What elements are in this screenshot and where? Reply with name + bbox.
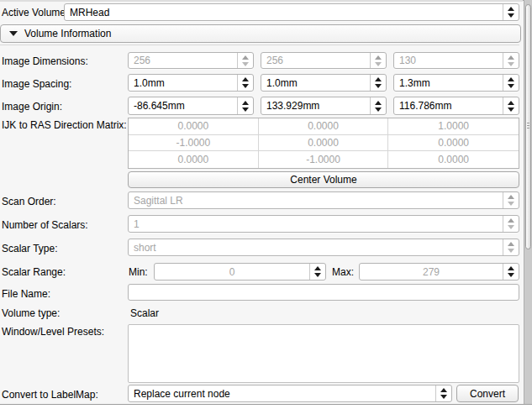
center-volume-button[interactable]: Center Volume [128,171,519,188]
number-of-scalars-label: Number of Scalars: [2,219,88,231]
image-origin-z-spinbox[interactable]: 116.786mm [393,97,519,115]
spinbox-arrows-icon [503,216,519,232]
ijk-direction-matrix-table: 0.0000 0.0000 1.0000 -1.0000 0.0000 0.00… [128,118,519,169]
scalar-range-min-value: 0 [155,264,309,280]
image-origin-x-value[interactable]: -86.645mm [129,97,237,114]
convert-to-labelmap-label: Convert to LabelMap: [2,389,98,401]
panel-bottom-margin [0,405,532,409]
convert-target-value: Replace current node [129,385,435,401]
spinbox-arrows-icon [370,53,386,68]
active-volume-label: Active Volume [2,7,66,18]
volume-information-section-header[interactable]: Volume Information [0,24,521,43]
scalar-range-max-spinbox: 279 [359,263,519,281]
spinbox-arrows-icon[interactable] [237,75,253,91]
file-name-label: File Name: [2,288,50,300]
matrix-cell: 0.0000 [388,151,519,168]
image-origin-y-spinbox[interactable]: 133.929mm [261,97,387,115]
matrix-cell: -1.0000 [129,135,259,152]
window-level-presets-label: Window/Level Presets: [2,326,104,338]
spinbox-arrows-icon[interactable] [237,97,253,114]
section-title: Volume Information [24,28,111,39]
active-volume-combobox[interactable]: MRHead [64,3,519,21]
scalar-type-combobox: short [128,239,519,256]
scalar-type-label: Scalar Type: [2,243,57,254]
top-divider [0,0,523,2]
spinbox-arrows-icon[interactable] [503,75,519,91]
matrix-cell: -1.0000 [259,151,389,168]
image-dimensions-z-spinbox: 130 [393,52,519,69]
image-origin-z-value[interactable]: 116.786mm [394,97,503,114]
scan-order-label: Scan Order: [2,196,56,207]
image-spacing-y-spinbox[interactable]: 1.0mm [261,74,387,92]
combo-stepper-icon[interactable] [435,385,451,401]
image-dimensions-y-spinbox: 256 [261,52,387,69]
image-dimensions-x-value: 256 [129,53,237,68]
number-of-scalars-spinbox: 1 [128,215,519,233]
matrix-cell: 1.0000 [388,118,519,135]
volume-type-value: Scalar [130,307,159,319]
matrix-cell: 0.0000 [259,118,389,135]
active-volume-value: MRHead [65,4,503,20]
image-origin-x-spinbox[interactable]: -86.645mm [128,97,254,115]
file-name-input[interactable] [128,284,519,301]
vertical-scrollbar[interactable] [524,0,532,404]
image-dimensions-y-value: 256 [261,53,370,68]
combo-stepper-icon [503,239,519,255]
matrix-cell: 0.0000 [388,135,519,152]
image-spacing-y-value[interactable]: 1.0mm [261,75,370,91]
matrix-cell: 0.0000 [259,135,389,152]
combo-stepper-icon[interactable] [503,4,519,20]
number-of-scalars-value: 1 [129,216,503,232]
scalar-range-min-spinbox: 0 [154,263,326,281]
ijk-matrix-label: IJK to RAS Direction Matrix: [2,119,127,131]
convert-target-combobox[interactable]: Replace current node [128,385,452,402]
scrollbar-grip-icon [527,123,529,129]
scalar-range-min-label: Min: [129,266,148,278]
window-level-presets-list[interactable] [128,324,519,383]
scalar-range-label: Scalar Range: [2,266,66,278]
spinbox-arrows-icon [503,264,519,280]
spinbox-arrows-icon [237,53,253,68]
volume-information-panel: Active Volume MRHead Volume Information … [0,0,532,409]
image-spacing-label: Image Spacing: [2,78,71,90]
image-origin-y-value[interactable]: 133.929mm [261,97,370,114]
image-spacing-x-spinbox[interactable]: 1.0mm [128,74,254,92]
image-spacing-z-spinbox[interactable]: 1.3mm [393,74,519,92]
scan-order-combobox: Sagittal LR [128,191,519,209]
image-spacing-z-value[interactable]: 1.3mm [394,75,503,91]
image-dimensions-x-spinbox: 256 [128,52,254,69]
image-dimensions-z-value: 130 [394,53,503,68]
image-origin-label: Image Origin: [2,101,62,113]
scalar-range-max-value: 279 [360,264,503,280]
volume-type-label: Volume type: [2,307,60,319]
section-divider [0,45,519,45]
scrollbar-thumb[interactable] [525,4,531,249]
scalar-range-max-label: Max: [332,266,354,278]
matrix-cell: 0.0000 [129,151,259,168]
spinbox-arrows-icon[interactable] [370,97,386,114]
combo-stepper-icon [503,192,519,208]
image-spacing-x-value[interactable]: 1.0mm [129,75,237,91]
collapse-triangle-icon [9,31,18,36]
scan-order-value: Sagittal LR [129,192,503,208]
scalar-type-value: short [129,239,503,255]
matrix-cell: 0.0000 [129,118,259,135]
spinbox-arrows-icon[interactable] [370,75,386,91]
spinbox-arrows-icon [309,264,325,280]
spinbox-arrows-icon [503,53,519,68]
image-dimensions-label: Image Dimensions: [2,55,88,67]
spinbox-arrows-icon[interactable] [503,97,519,114]
convert-button[interactable]: Convert [456,385,519,402]
